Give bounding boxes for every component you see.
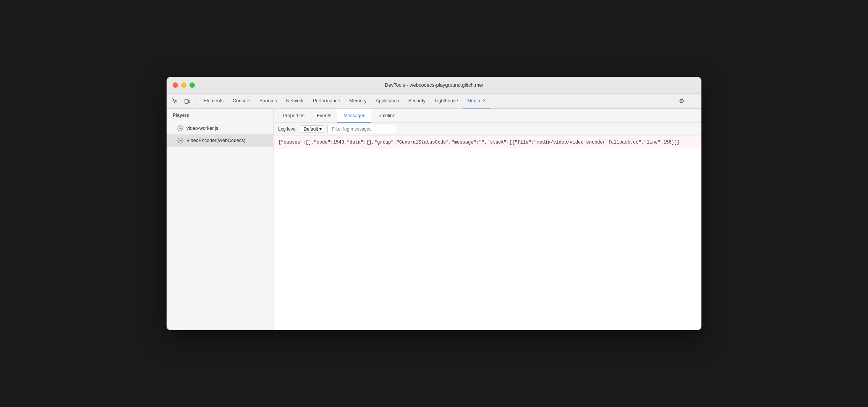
play-icon-video-worker [177, 125, 183, 131]
panel-tab-timeline[interactable]: Timeline [371, 109, 402, 123]
panel-tabs: Properties Events Messages Timeline [274, 109, 701, 123]
devtools-body: Players video-worker.js VideoEn [167, 109, 701, 330]
toolbar-separator [196, 97, 196, 105]
tab-application[interactable]: Application [371, 94, 403, 108]
sidebar-item-label-video-worker: video-worker.js [186, 126, 218, 131]
log-level-select[interactable]: Default ▾ [301, 125, 324, 133]
tab-media[interactable]: Media ✕ [463, 94, 491, 108]
sidebar-item-video-encoder[interactable]: VideoEncoder(WebCodecs) [167, 134, 273, 147]
maximize-button[interactable] [189, 82, 195, 88]
settings-icon[interactable]: ⚙ [676, 96, 687, 107]
main-panel: Properties Events Messages Timeline Log … [274, 109, 701, 330]
sidebar-item-video-worker[interactable]: video-worker.js [167, 122, 273, 134]
log-level-label: Log level: [278, 126, 298, 132]
message-row: {"causes":[],"code":1543,"data":{},"grou… [274, 136, 701, 149]
inspect-icon[interactable] [170, 96, 180, 107]
devtools-toolbar: Elements Console Sources Network Perform… [167, 94, 701, 109]
title-bar: DevTools - webcodecs-playground.glitch.m… [167, 77, 701, 94]
panel-tab-properties[interactable]: Properties [277, 109, 311, 123]
panel-tab-messages[interactable]: Messages [337, 109, 371, 123]
toolbar-actions: ⚙ ⋮ [676, 96, 698, 107]
dropdown-arrow-icon: ▾ [319, 126, 322, 132]
traffic-lights [173, 82, 195, 88]
sidebar-header: Players [167, 109, 273, 122]
svg-rect-0 [185, 99, 188, 103]
tab-security[interactable]: Security [404, 94, 430, 108]
nav-tabs: Elements Console Sources Network Perform… [199, 94, 675, 108]
tab-performance[interactable]: Performance [308, 94, 345, 108]
devtools-window: DevTools - webcodecs-playground.glitch.m… [167, 77, 701, 330]
sidebar-item-label-video-encoder: VideoEncoder(WebCodecs) [186, 138, 246, 143]
tab-network[interactable]: Network [282, 94, 308, 108]
minimize-button[interactable] [181, 82, 186, 88]
filter-input[interactable] [327, 125, 396, 133]
close-button[interactable] [173, 82, 178, 88]
tab-lighthouse[interactable]: Lighthouse [430, 94, 463, 108]
tab-memory[interactable]: Memory [345, 94, 371, 108]
tab-media-close[interactable]: ✕ [483, 98, 486, 103]
window-title: DevTools - webcodecs-playground.glitch.m… [385, 82, 483, 88]
svg-rect-1 [188, 100, 190, 103]
tab-elements[interactable]: Elements [199, 94, 228, 108]
play-icon-video-encoder [177, 137, 183, 144]
svg-marker-5 [180, 139, 182, 142]
panel-tab-events[interactable]: Events [311, 109, 337, 123]
message-content: {"causes":[],"code":1543,"data":{},"grou… [278, 139, 697, 146]
device-toggle-icon[interactable] [182, 96, 193, 107]
tab-console[interactable]: Console [228, 94, 255, 108]
sidebar: Players video-worker.js VideoEn [167, 109, 274, 330]
message-area: {"causes":[],"code":1543,"data":{},"grou… [274, 136, 701, 330]
tab-sources[interactable]: Sources [255, 94, 282, 108]
filter-bar: Log level: Default ▾ [274, 123, 701, 136]
svg-marker-3 [180, 127, 182, 129]
more-options-icon[interactable]: ⋮ [688, 96, 698, 107]
